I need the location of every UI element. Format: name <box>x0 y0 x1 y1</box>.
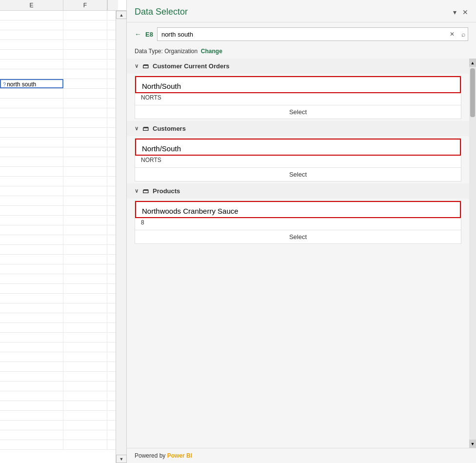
cell-e8[interactable]: ? north south <box>0 79 63 88</box>
table-row <box>0 89 116 99</box>
table-row <box>0 323 116 333</box>
table-row <box>0 50 116 60</box>
cell-e1[interactable] <box>0 11 63 20</box>
table-row <box>0 372 116 382</box>
result-code: 8 <box>135 218 461 230</box>
table-row <box>0 235 116 245</box>
cell-f6[interactable] <box>63 60 107 69</box>
table-row <box>0 255 116 264</box>
table-row <box>0 177 116 186</box>
question-icon: ? <box>3 81 6 87</box>
table-row <box>0 60 116 69</box>
result-card: North/South NORTS Select <box>135 76 461 119</box>
table-row <box>0 118 116 128</box>
table-row <box>0 69 116 79</box>
cell-f8[interactable] <box>63 79 107 88</box>
dropdown-icon[interactable]: ▾ <box>453 8 456 16</box>
cell-content: ? north south <box>3 81 60 88</box>
table-row <box>0 157 116 167</box>
table-row <box>0 362 116 372</box>
section-label: Customer Current Orders <box>153 62 229 70</box>
table-row <box>0 128 116 138</box>
table-row <box>0 216 116 225</box>
result-code: NORTS <box>135 156 461 167</box>
table-row <box>0 138 116 147</box>
table-row <box>0 186 116 196</box>
footer-prefix: Powered by <box>135 452 165 459</box>
cell-e7[interactable] <box>0 69 63 79</box>
col-header-e: E <box>0 0 63 10</box>
result-code: NORTS <box>135 93 461 105</box>
cell-e5[interactable] <box>0 50 63 59</box>
table-row <box>0 167 116 177</box>
result-name: Northwoods Cranberry Sauce <box>135 201 461 218</box>
scroll-down-arrow[interactable]: ▼ <box>469 440 476 448</box>
scroll-down-button[interactable]: ▼ <box>116 455 127 463</box>
section-label: Products <box>153 187 180 195</box>
table-row <box>0 274 116 284</box>
table-row <box>0 294 116 303</box>
cell-value: north south <box>7 81 36 88</box>
panel-header: Data Selector ▾ ✕ <box>127 0 476 22</box>
search-input[interactable] <box>157 27 468 41</box>
col-header-f: F <box>63 0 107 10</box>
rows-area: ? north south <box>0 11 116 463</box>
clear-search-icon[interactable]: ✕ <box>450 31 455 38</box>
table-row <box>0 245 116 255</box>
table-row <box>0 342 116 352</box>
table-row <box>0 40 116 50</box>
table-row <box>0 196 116 206</box>
cell-e6[interactable] <box>0 60 63 69</box>
cell-f2[interactable] <box>63 20 107 30</box>
select-button[interactable]: Select <box>135 105 461 119</box>
chevron-down-icon: ∨ <box>135 188 139 194</box>
vertical-scrollbar[interactable]: ▲ ▼ <box>116 11 126 463</box>
scroll-track[interactable] <box>116 19 126 455</box>
data-selector-panel: Data Selector ▾ ✕ ← E8 ✕ ⌕ Data Type: Or… <box>127 0 476 463</box>
select-button[interactable]: Select <box>135 230 461 243</box>
cell-e2[interactable] <box>0 20 63 30</box>
table-row <box>0 20 116 30</box>
table-row <box>0 313 116 323</box>
cell-e4[interactable] <box>0 40 63 49</box>
section-header-products[interactable]: ∨ 🗃 Products <box>127 183 469 199</box>
chevron-down-icon: ∨ <box>135 125 139 132</box>
table-row <box>0 225 116 235</box>
section-header-customer-current-orders[interactable]: ∨ 🗃 Customer Current Orders <box>127 59 469 74</box>
back-button[interactable]: ← <box>135 30 141 38</box>
table-row <box>0 421 116 430</box>
table-row <box>0 11 116 20</box>
result-name: North/South <box>135 76 461 93</box>
table-row <box>0 206 116 216</box>
search-bar: ← E8 ✕ ⌕ <box>127 22 476 46</box>
scroll-up-button[interactable]: ▲ <box>116 11 127 19</box>
table-row <box>0 411 116 421</box>
cell-f4[interactable] <box>63 40 107 49</box>
panel-header-icons: ▾ ✕ <box>453 8 468 16</box>
table-icon: 🗃 <box>142 187 149 195</box>
table-row <box>0 401 116 411</box>
table-row <box>0 382 116 391</box>
section-header-customers[interactable]: ∨ 🗃 Customers <box>127 121 469 136</box>
table-row <box>0 391 116 401</box>
table-row <box>0 303 116 313</box>
data-type-bar: Data Type: Organization Change <box>127 46 476 59</box>
grid-body: ? north south <box>0 11 126 463</box>
close-icon[interactable]: ✕ <box>462 8 468 16</box>
table-row <box>0 30 116 40</box>
scroll-thumb[interactable] <box>470 68 475 117</box>
cell-f7[interactable] <box>63 69 107 79</box>
cell-f1[interactable] <box>63 11 107 20</box>
table-row <box>0 430 116 440</box>
table-row: ? north south <box>0 79 116 89</box>
cell-reference: E8 <box>145 31 153 38</box>
panel-vertical-scrollbar[interactable]: ▲ ▼ <box>469 59 476 448</box>
search-icon[interactable]: ⌕ <box>461 30 465 38</box>
select-button[interactable]: Select <box>135 167 461 181</box>
scroll-up-arrow[interactable]: ▲ <box>469 59 476 67</box>
cell-f3[interactable] <box>63 30 107 40</box>
change-data-type-button[interactable]: Change <box>201 48 222 55</box>
cell-e3[interactable] <box>0 30 63 40</box>
cell-f5[interactable] <box>63 50 107 59</box>
search-input-wrap: ✕ ⌕ <box>157 27 468 41</box>
